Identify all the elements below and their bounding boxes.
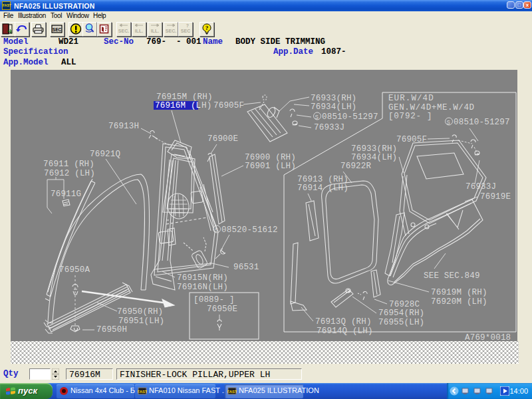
svg-text:S: S [315,114,319,121]
svg-text:76934(LH): 76934(LH) [311,102,356,112]
svg-text:76933J: 76933J [314,123,344,132]
svg-text:76950(RH): 76950(RH) [117,307,163,317]
svg-text:76933(RH): 76933(RH) [311,94,356,103]
svg-text:[0792- ]: [0792- ] [388,112,432,121]
svg-text:76950E: 76950E [207,305,237,314]
svg-text:S: S [447,120,451,126]
svg-text:EUR.W/4D: EUR.W/4D [388,94,434,103]
svg-text:76900E: 76900E [207,134,238,144]
svg-text:A769*0018: A769*0018 [465,333,511,342]
svg-text:SEC: SEC [181,29,190,33]
svg-text:96531: 96531 [233,263,259,272]
svg-text:SEE SEC.849: SEE SEC.849 [424,271,480,281]
svg-text:76950A: 76950A [59,265,90,275]
svg-text:76901 (LH): 76901 (LH) [245,162,296,171]
svg-text:76911G: 76911G [51,190,81,199]
svg-text:08520-51612: 08520-51612 [221,225,278,235]
svg-text:76905F: 76905F [213,101,244,110]
svg-text:SEC.: SEC. [118,29,129,33]
svg-text:76915N(RH): 76915N(RH) [177,273,228,283]
svg-text:08510-51297: 08510-51297 [454,118,510,127]
svg-text:76911 (RH): 76911 (RH) [43,160,94,169]
svg-text:76914Q (LH): 76914Q (LH) [317,327,373,336]
svg-text:FAST: FAST [227,390,237,394]
svg-text:[0889- ]: [0889- ] [194,295,235,305]
svg-text:76913 (RH): 76913 (RH) [297,175,348,184]
svg-text:76951(LH): 76951(LH) [118,317,164,326]
svg-text:76913H: 76913H [108,122,139,131]
svg-text:76914 (LH): 76914 (LH) [297,184,348,193]
svg-text:76921Q: 76921Q [90,150,120,159]
svg-text:?: ? [186,23,189,28]
svg-text:GEN.W/4D+ME.W/4D: GEN.W/4D+ME.W/4D [388,103,475,112]
svg-text:SEC: SEC [53,27,62,32]
svg-text:ILL.: ILL. [151,29,159,33]
svg-text:76933(RH): 76933(RH) [351,144,397,154]
svg-text:76928C: 76928C [389,300,420,309]
svg-text:76912 (LH): 76912 (LH) [44,169,95,178]
svg-text:76934(LH): 76934(LH) [351,153,397,162]
svg-text:H): H) [201,101,211,110]
svg-text:FAST: FAST [138,390,147,394]
svg-text:76950H: 76950H [96,325,127,334]
svg-text:08510-51297: 08510-51297 [322,112,378,122]
svg-text:76954(RH): 76954(RH) [378,309,424,318]
svg-text:SEC.: SEC. [166,29,176,33]
svg-text:76919E: 76919E [480,192,511,201]
svg-text:76922R: 76922R [340,162,372,171]
svg-text:76916N(LH): 76916N(LH) [177,283,228,292]
svg-text:76920M (LH): 76920M (LH) [431,297,487,307]
svg-text:76916M (L: 76916M (L [155,101,201,110]
svg-text:76919M (RH): 76919M (RH) [431,288,487,297]
svg-text:76955(LH): 76955(LH) [378,318,424,327]
svg-text:76915M (RH): 76915M (RH) [156,92,213,102]
svg-text:76900 (RH): 76900 (RH) [245,153,296,162]
svg-text:?: ? [205,25,209,31]
svg-text:ILL.: ILL. [135,29,143,33]
svg-text:76913Q (RH): 76913Q (RH) [315,317,372,327]
